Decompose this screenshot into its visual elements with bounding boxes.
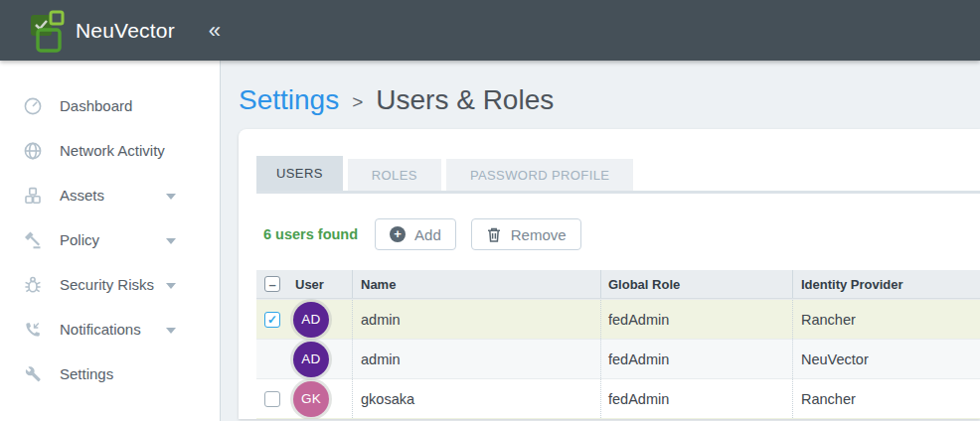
sidebar-collapse-button[interactable]: « — [203, 16, 227, 46]
sidebar-item-policy[interactable]: Policy — [0, 217, 220, 262]
cell-global-role: fedAdmin — [601, 340, 793, 378]
sidebar-item-label: Network Activity — [60, 142, 165, 159]
table-row-partial[interactable] — [256, 418, 980, 419]
cell-name: admin — [353, 300, 601, 339]
sidebar-item-label: Settings — [60, 365, 113, 382]
table-row[interactable]: ✓ AD admin fedAdmin Rancher — [256, 299, 980, 339]
dashboard-icon — [23, 96, 43, 116]
chevron-down-icon — [166, 194, 176, 200]
column-header-global-role[interactable]: Global Role — [601, 270, 793, 298]
users-roles-card: USERS ROLES PASSWORD PROFILE 6 users fou… — [239, 129, 980, 419]
plus-circle-icon: + — [390, 226, 406, 242]
row-checkbox[interactable]: ✓ — [264, 312, 280, 328]
add-user-button[interactable]: + Add — [375, 218, 456, 250]
tab-roles[interactable]: ROLES — [348, 159, 441, 191]
sidebar-item-label: Assets — [60, 187, 104, 204]
breadcrumb-separator: > — [352, 87, 363, 113]
trash-icon — [486, 226, 502, 243]
column-header-name[interactable]: Name — [353, 270, 601, 298]
breadcrumb-settings-link[interactable]: Settings — [239, 84, 339, 116]
top-bar: NeuVector « — [0, 0, 980, 61]
cell-global-role: fedAdmin — [601, 300, 793, 339]
tab-bar: USERS ROLES PASSWORD PROFILE — [256, 156, 980, 194]
sidebar-item-network-activity[interactable]: Network Activity — [0, 128, 220, 173]
neuvector-logo-icon — [28, 8, 68, 54]
select-all-checkbox[interactable]: – — [264, 276, 280, 292]
cell-name: admin — [353, 340, 601, 378]
chevron-down-icon — [166, 283, 176, 289]
avatar: AD — [293, 342, 329, 377]
sidebar-item-label: Dashboard — [60, 97, 132, 114]
brand-logo: NeuVector — [28, 8, 175, 54]
table-row[interactable]: GK gkosaka fedAdmin Rancher — [256, 378, 980, 418]
brand-name: NeuVector — [76, 19, 175, 43]
tab-password-profile[interactable]: PASSWORD PROFILE — [446, 159, 634, 191]
sidebar-item-settings[interactable]: Settings — [0, 351, 220, 396]
tab-users[interactable]: USERS — [256, 156, 343, 191]
chevron-down-icon — [166, 238, 176, 244]
users-count-text: 6 users found — [263, 226, 358, 242]
main-content: Settings > Users & Roles USERS ROLES PAS… — [221, 61, 980, 421]
sidebar-item-label: Security Risks — [60, 276, 154, 293]
gavel-icon — [23, 230, 43, 250]
cell-identity-provider: Rancher — [793, 379, 980, 418]
sidebar-item-assets[interactable]: Assets — [0, 173, 220, 217]
column-header-user[interactable]: User — [295, 277, 324, 292]
remove-button-label: Remove — [511, 226, 567, 243]
page-title: Users & Roles — [376, 84, 554, 116]
wrench-icon — [23, 364, 43, 384]
column-header-identity-provider[interactable]: Identity Provider — [793, 270, 980, 298]
table-header-row: – User Name Global Role Identity Provide… — [256, 270, 980, 299]
cell-global-role: fedAdmin — [601, 379, 793, 418]
sidebar-item-label: Notifications — [60, 321, 141, 338]
phone-icon — [23, 320, 43, 340]
sidebar-item-security-risks[interactable]: Security Risks — [0, 262, 220, 307]
avatar: AD — [293, 302, 329, 338]
sidebar-item-label: Policy — [60, 231, 99, 248]
add-button-label: Add — [414, 226, 441, 243]
globe-icon — [23, 141, 43, 161]
chevron-down-icon — [166, 328, 176, 334]
remove-user-button[interactable]: Remove — [471, 218, 581, 250]
table-row[interactable]: AD admin fedAdmin NeuVector — [256, 339, 980, 378]
bug-icon — [23, 275, 43, 295]
users-table: – User Name Global Role Identity Provide… — [256, 270, 980, 419]
row-checkbox[interactable] — [264, 391, 280, 407]
cell-identity-provider: Rancher — [793, 300, 980, 339]
sidebar-nav: Dashboard Network Activity Assets — [0, 61, 221, 421]
breadcrumb: Settings > Users & Roles — [239, 84, 980, 116]
avatar: GK — [293, 381, 329, 417]
cubes-icon — [23, 186, 43, 206]
cell-name: gkosaka — [353, 379, 601, 418]
sidebar-item-dashboard[interactable]: Dashboard — [0, 83, 220, 128]
cell-identity-provider: NeuVector — [793, 340, 980, 378]
users-toolbar: 6 users found + Add Remove — [256, 218, 980, 250]
sidebar-item-notifications[interactable]: Notifications — [0, 307, 220, 351]
